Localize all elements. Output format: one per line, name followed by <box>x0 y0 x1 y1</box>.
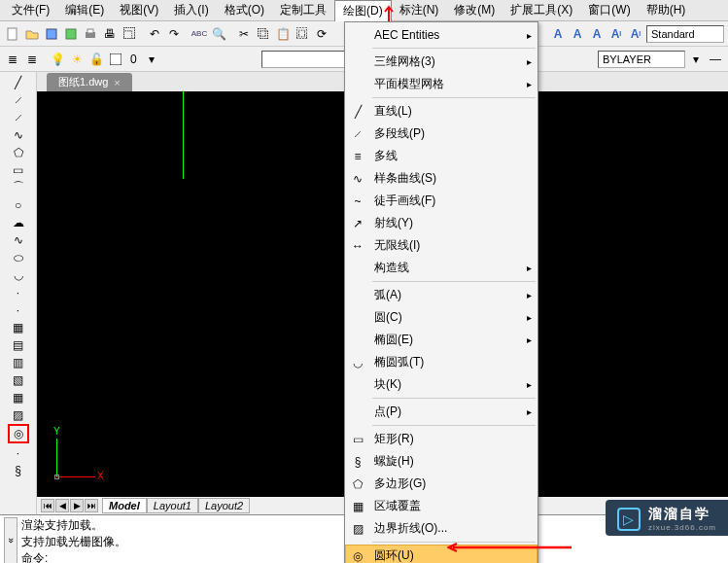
bylayer-input[interactable] <box>598 51 685 68</box>
preview-icon[interactable]: ⿹ <box>121 25 138 43</box>
tool-point-icon[interactable]: · <box>10 301 27 318</box>
menu-window[interactable]: 窗口(W) <box>580 0 638 20</box>
tool-circle-icon[interactable]: ○ <box>10 196 27 213</box>
tool-rect-icon[interactable]: ▭ <box>10 161 27 178</box>
nav-last-icon[interactable]: ⏭ <box>85 499 98 512</box>
tool-hatch2-icon[interactable]: ▤ <box>10 336 27 353</box>
menu-custom[interactable]: 定制工具 <box>272 0 334 20</box>
menu-arc[interactable]: 弧(A) <box>345 284 537 306</box>
menu-help[interactable]: 帮助(H) <box>639 0 694 20</box>
tool-ellipse-icon[interactable]: ⬭ <box>10 249 27 265</box>
cut-icon[interactable]: ✂ <box>235 25 253 43</box>
nav-prev-icon[interactable]: ◀ <box>55 499 69 512</box>
menu-circle[interactable]: 圆(C) <box>345 306 537 329</box>
tab-model[interactable]: Model <box>102 498 147 513</box>
menu-insert[interactable]: 插入(I) <box>166 0 216 20</box>
save-icon[interactable] <box>43 25 60 43</box>
menu-xline[interactable]: ↔无限线(I) <box>345 234 537 257</box>
text-a3-icon[interactable]: A <box>588 25 606 43</box>
plot-icon[interactable]: 🖶 <box>101 25 119 43</box>
cmdline-expand-icon[interactable]: » <box>4 517 17 563</box>
text-a2-icon[interactable]: A <box>569 25 586 43</box>
lock-icon[interactable]: 🔓 <box>87 51 105 68</box>
tool-arc-icon[interactable]: ⌒ <box>10 179 27 195</box>
tool-table-icon[interactable]: ▦ <box>10 389 27 405</box>
sun-icon[interactable]: ☀ <box>68 51 86 68</box>
layer-filter-icon[interactable]: ≣ <box>23 51 41 68</box>
menu-point[interactable]: 点(P) <box>345 401 537 423</box>
text-style-input[interactable] <box>646 25 724 43</box>
menu-construction-line[interactable]: 构造线 <box>345 257 537 279</box>
menu-polygon[interactable]: ⬠多边形(G) <box>345 473 537 495</box>
nav-next-icon[interactable]: ▶ <box>70 499 84 512</box>
tab-layout2[interactable]: Layout2 <box>198 498 250 513</box>
nav-first-icon[interactable]: ⏮ <box>41 499 54 512</box>
menu-view[interactable]: 视图(V) <box>112 0 166 20</box>
tool-xline-icon[interactable]: ⟋ <box>10 91 27 108</box>
menu-aec-entities[interactable]: AEC Entities <box>345 24 537 46</box>
open-icon[interactable] <box>23 25 41 43</box>
paste-icon[interactable]: 📋 <box>274 25 292 43</box>
menu-format[interactable]: 格式(O) <box>217 0 272 20</box>
menu-freehand[interactable]: ~徒手画线(F) <box>345 190 537 212</box>
light-on-icon[interactable]: 💡 <box>49 51 66 68</box>
menu-modify[interactable]: 修改(M) <box>446 0 503 20</box>
menu-3d-mesh[interactable]: 三维网格(3) <box>345 51 537 73</box>
tool-polyline-icon[interactable]: ⟋ <box>10 109 27 125</box>
menu-ray[interactable]: ↗射线(Y) <box>345 212 537 234</box>
copy-icon[interactable]: ⿻ <box>255 25 272 43</box>
menu-spiral[interactable]: §螺旋(H) <box>345 450 537 473</box>
menu-region-cover[interactable]: ▦区域覆盖 <box>345 495 537 517</box>
paste-special-icon[interactable]: ⿴ <box>294 25 311 43</box>
tool-grad-icon[interactable]: ▥ <box>10 354 27 370</box>
menu-polyline[interactable]: ⟋多段线(P) <box>345 123 537 145</box>
tool-revcloud-icon[interactable]: ☁ <box>10 214 27 230</box>
layer-dropdown-icon[interactable]: ▾ <box>143 51 160 68</box>
tool-freehand-icon[interactable]: ∿ <box>10 126 27 143</box>
layer-mgr-icon[interactable]: ≣ <box>4 51 21 68</box>
text-a4-icon[interactable]: Al <box>607 25 625 43</box>
tool-polygon-icon[interactable]: ⬠ <box>10 144 27 160</box>
menu-file[interactable]: 文件(F) <box>4 0 57 20</box>
tool-point2-icon[interactable]: · <box>10 444 27 461</box>
menu-line[interactable]: ╱直线(L) <box>345 100 537 123</box>
menu-annotate[interactable]: 标注(N) <box>392 0 447 20</box>
menu-boundary-polyline[interactable]: ▨边界折线(O)... <box>345 517 537 540</box>
tab-close-icon[interactable]: × <box>114 77 120 88</box>
refresh-icon[interactable]: ⟳ <box>313 25 330 43</box>
print-icon[interactable] <box>82 25 99 43</box>
separator <box>372 281 536 282</box>
menu-spline[interactable]: ∿样条曲线(S) <box>345 167 537 190</box>
menu-rectangle[interactable]: ▭矩形(R) <box>345 428 537 450</box>
text-a1-icon[interactable]: A <box>549 25 567 43</box>
tool-donut-icon[interactable]: ◎ <box>8 424 29 443</box>
menu-block[interactable]: 块(K) <box>345 373 537 396</box>
color-box-icon[interactable] <box>107 51 124 68</box>
bylayer-dropdown-icon[interactable]: ▾ <box>687 51 705 68</box>
tool-spline-icon[interactable]: ∿ <box>10 231 27 248</box>
saveas-icon[interactable] <box>62 25 80 43</box>
document-tab[interactable]: 图纸1.dwg × <box>47 73 132 91</box>
abc-check-icon[interactable]: ABC <box>191 25 208 43</box>
menu-multiline[interactable]: ≡多线 <box>345 145 537 167</box>
lineweight-icon[interactable]: — <box>707 51 724 68</box>
tool-earc-icon[interactable]: ◡ <box>10 266 27 283</box>
menu-extend[interactable]: 扩展工具(X) <box>503 0 580 20</box>
menu-planar-mesh[interactable]: 平面模型网格 <box>345 73 537 95</box>
menu-ellipse[interactable]: 椭圆(E) <box>345 329 537 351</box>
find-icon[interactable]: 🔍 <box>210 25 227 43</box>
blank-icon <box>349 333 366 348</box>
watermark-play-icon: ▷ <box>617 508 641 531</box>
redo-icon[interactable]: ↷ <box>165 25 183 43</box>
menu-edit[interactable]: 编辑(E) <box>57 0 112 20</box>
menu-ellipse-arc[interactable]: ◡椭圆弧(T) <box>345 351 537 373</box>
text-a5-icon[interactable]: Al <box>627 25 644 43</box>
tool-hatch-icon[interactable]: ▦ <box>10 319 27 335</box>
tool-region-icon[interactable]: ▧ <box>10 371 27 388</box>
new-icon[interactable] <box>4 25 21 43</box>
tool-line-icon[interactable]: ╱ <box>10 74 27 90</box>
undo-icon[interactable]: ↶ <box>146 25 163 43</box>
tab-layout1[interactable]: Layout1 <box>147 498 198 513</box>
tool-spiral-icon[interactable]: § <box>10 462 27 478</box>
tool-wipeout-icon[interactable]: ▨ <box>10 406 27 423</box>
